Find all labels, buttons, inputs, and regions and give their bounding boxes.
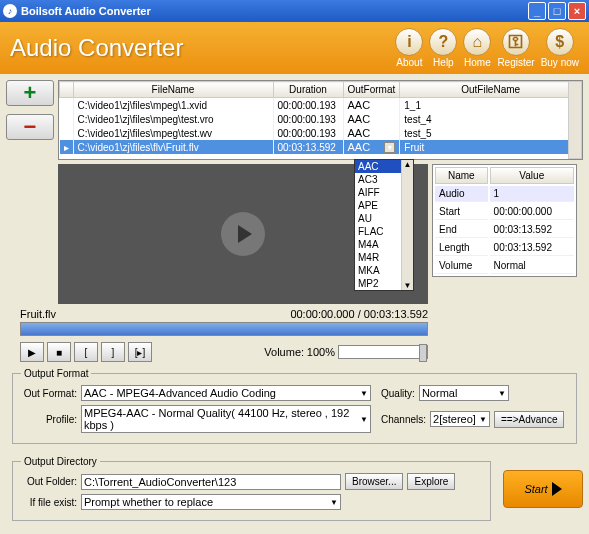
out-folder-label: Out Folder: <box>21 476 77 487</box>
volume-slider[interactable] <box>338 345 428 359</box>
scrollbar[interactable] <box>568 81 582 159</box>
col-header[interactable]: Duration <box>273 82 343 98</box>
property-row[interactable]: Start00:00:00.000 <box>435 204 574 220</box>
table-row[interactable]: ▸C:\video1\zj\files\flv\Fruit.flv00:03:1… <box>60 140 582 154</box>
header-help-button[interactable]: ?Help <box>429 28 457 68</box>
out-format-select[interactable]: AAC - MPEG4-Advanced Audio Coding▼ <box>81 385 371 401</box>
format-dropdown-list[interactable]: AACAC3AIFFAPEAUFLACM4AM4RMKAMP2▲▼ <box>354 159 414 291</box>
explore-button[interactable]: Explore <box>407 473 455 490</box>
properties-panel: NameValueAudio1Start00:00:00.000End00:03… <box>432 164 577 277</box>
col-header[interactable]: Name <box>435 167 488 184</box>
out-format-label: Out Format: <box>21 388 77 399</box>
chevron-down-icon[interactable]: ▼ <box>384 142 395 153</box>
volume-label: Volume: 100% <box>264 346 335 358</box>
property-row[interactable]: End00:03:13.592 <box>435 222 574 238</box>
table-row[interactable]: C:\video1\zj\files\mpeg\test.wv00:00:00.… <box>60 126 582 140</box>
timeline-slider[interactable] <box>20 322 428 336</box>
play-icon <box>552 482 562 496</box>
col-header[interactable] <box>60 82 74 98</box>
col-header[interactable]: FileName <box>73 82 273 98</box>
stop-button[interactable]: ■ <box>47 342 71 362</box>
browse-button[interactable]: Browser... <box>345 473 403 490</box>
out-folder-input[interactable]: C:\Torrent_AudioConverter\123 <box>81 474 341 490</box>
advance-button[interactable]: ==>Advance <box>494 411 564 428</box>
time-label: 00:00:00.000 / 00:03:13.592 <box>290 308 428 320</box>
output-directory-group: Output Directory Out Folder: C:\Torrent_… <box>12 456 491 521</box>
header-home-button[interactable]: ⌂Home <box>463 28 491 68</box>
range-button[interactable]: [▸] <box>128 342 152 362</box>
if-exist-select[interactable]: Prompt whether to replace▼ <box>81 494 341 510</box>
play-button[interactable]: ▶ <box>20 342 44 362</box>
output-format-group: Output Format Out Format: AAC - MPEG4-Ad… <box>12 368 577 444</box>
minimize-button[interactable]: _ <box>528 2 546 20</box>
col-header[interactable]: OutFormat <box>343 82 400 98</box>
about-icon: i <box>395 28 423 56</box>
current-file-label: Fruit.flv <box>20 308 56 320</box>
window-title: Boilsoft Audio Converter <box>21 5 526 17</box>
scrollbar[interactable]: ▲▼ <box>401 160 413 290</box>
profile-select[interactable]: MPEG4-AAC - Normal Quality( 44100 Hz, st… <box>81 405 371 433</box>
buy now-icon: $ <box>546 28 574 56</box>
maximize-button[interactable]: □ <box>548 2 566 20</box>
header-register-button[interactable]: ⚿Register <box>497 28 534 68</box>
close-button[interactable]: × <box>568 2 586 20</box>
table-row[interactable]: C:\video1\zj\files\mpeg\test.vro00:00:00… <box>60 112 582 126</box>
register-icon: ⚿ <box>502 28 530 56</box>
file-table[interactable]: FileNameDurationOutFormatOutFileNameC:\v… <box>58 80 583 160</box>
quality-label: Quality: <box>381 388 415 399</box>
channels-select[interactable]: 2[stereo]▼ <box>430 411 490 427</box>
mark-in-button[interactable]: [ <box>74 342 98 362</box>
property-row[interactable]: VolumeNormal <box>435 258 574 274</box>
property-row[interactable]: Audio1 <box>435 186 574 202</box>
mark-out-button[interactable]: ] <box>101 342 125 362</box>
app-title: Audio Converter <box>10 34 389 62</box>
quality-select[interactable]: Normal▼ <box>419 385 509 401</box>
help-icon: ? <box>429 28 457 56</box>
header-buy-now-button[interactable]: $Buy now <box>541 28 579 68</box>
remove-file-button[interactable]: − <box>6 114 54 140</box>
titlebar: ♪ Boilsoft Audio Converter _ □ × <box>0 0 589 22</box>
play-overlay-icon[interactable] <box>221 212 265 256</box>
col-header[interactable]: OutFileName <box>400 82 582 98</box>
header-about-button[interactable]: iAbout <box>395 28 423 68</box>
table-row[interactable]: C:\video1\zj\files\mpeg\1.xvid00:00:00.1… <box>60 98 582 113</box>
col-header[interactable]: Value <box>490 167 574 184</box>
home-icon: ⌂ <box>463 28 491 56</box>
property-row[interactable]: Length00:03:13.592 <box>435 240 574 256</box>
header: Audio Converter iAbout?Help⌂Home⚿Registe… <box>0 22 589 74</box>
app-icon: ♪ <box>3 4 17 18</box>
channels-label: Channels: <box>381 414 426 425</box>
start-button[interactable]: Start <box>503 470 583 508</box>
profile-label: Profile: <box>21 414 77 425</box>
if-exist-label: If file exist: <box>21 497 77 508</box>
add-file-button[interactable]: + <box>6 80 54 106</box>
